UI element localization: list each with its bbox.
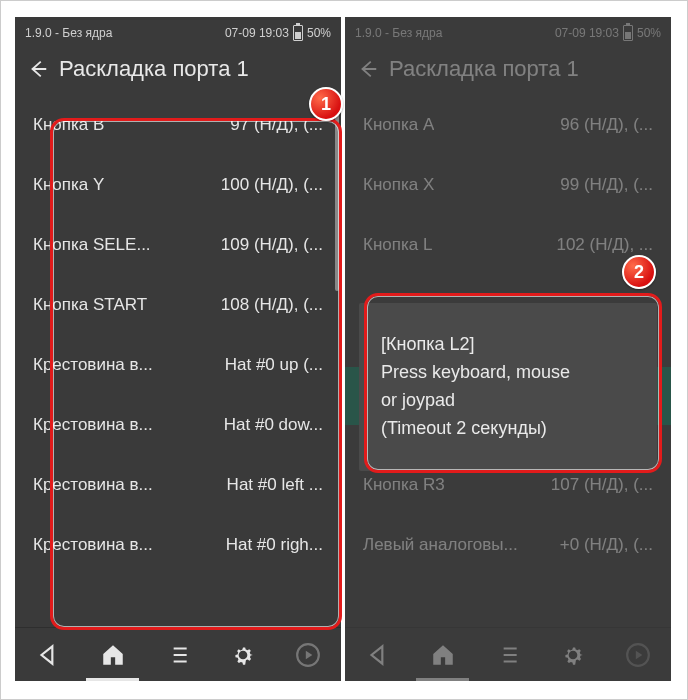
input-prompt-dialog: [Кнопка L2] Press keyboard, mouse or joy… (359, 303, 657, 471)
nav-settings-icon[interactable] (560, 642, 586, 668)
back-icon[interactable] (27, 58, 49, 80)
status-battery: 50% (307, 26, 331, 40)
status-bar: 1.9.0 - Без ядра 07-09 19:03 50% (345, 17, 671, 45)
nav-list-icon[interactable] (165, 642, 191, 668)
dialog-line: Press keyboard, mouse (381, 359, 635, 387)
status-time: 07-09 19:03 (555, 26, 619, 40)
phone-right: 1.9.0 - Без ядра 07-09 19:03 50% Расклад… (345, 17, 671, 681)
list-row[interactable]: Кнопка START108 (Н/Д), (... (15, 275, 341, 335)
nav-home-icon[interactable] (100, 642, 126, 668)
battery-icon (623, 25, 633, 41)
nav-settings-icon[interactable] (230, 642, 256, 668)
list-row[interactable]: Крестовина в...Hat #0 righ... (15, 515, 341, 575)
scrollbar[interactable] (335, 101, 339, 291)
page-title: Раскладка порта 1 (389, 56, 579, 82)
bottom-nav (15, 627, 341, 681)
list-row[interactable]: Кнопка SELE...109 (Н/Д), (... (15, 215, 341, 275)
bottom-nav (345, 627, 671, 681)
nav-play-icon (295, 642, 321, 668)
list-row[interactable]: Крестовина в...Hat #0 dow... (15, 395, 341, 455)
nav-back-icon[interactable] (365, 642, 391, 668)
list-row[interactable]: Кнопка A96 (Н/Д), (... (345, 95, 671, 155)
nav-home-icon[interactable] (430, 642, 456, 668)
app-bar: Раскладка порта 1 (15, 45, 341, 95)
list-row[interactable]: Кнопка X99 (Н/Д), (... (345, 155, 671, 215)
back-icon[interactable] (357, 58, 379, 80)
nav-indicator (416, 678, 469, 681)
list-row[interactable]: Крестовина в...Hat #0 left ... (15, 455, 341, 515)
phone-left: 1.9.0 - Без ядра 07-09 19:03 50% Расклад… (15, 17, 341, 681)
list-row[interactable]: Крестовина в...Hat #0 up (... (15, 335, 341, 395)
list-row[interactable]: Левый аналоговы...+0 (Н/Д), (... (345, 515, 671, 575)
list-row[interactable]: Кнопка Y100 (Н/Д), (... (15, 155, 341, 215)
nav-list-icon[interactable] (495, 642, 521, 668)
status-battery: 50% (637, 26, 661, 40)
list-row[interactable]: Кнопка B97 (Н/Д), (... (15, 95, 341, 155)
status-bar: 1.9.0 - Без ядра 07-09 19:03 50% (15, 17, 341, 45)
app-bar: Раскладка порта 1 (345, 45, 671, 95)
annotation-badge-2: 2 (622, 255, 656, 289)
dialog-line: or joypad (381, 387, 635, 415)
annotation-badge-1: 1 (309, 87, 343, 121)
nav-play-icon (625, 642, 651, 668)
status-time: 07-09 19:03 (225, 26, 289, 40)
dialog-line: (Timeout 2 секунды) (381, 415, 635, 443)
nav-back-icon[interactable] (35, 642, 61, 668)
battery-icon (293, 25, 303, 41)
status-version: 1.9.0 - Без ядра (25, 26, 112, 40)
page-title: Раскладка порта 1 (59, 56, 249, 82)
dialog-line: [Кнопка L2] (381, 331, 635, 359)
bindings-list[interactable]: Кнопка B97 (Н/Д), (... Кнопка Y100 (Н/Д)… (15, 95, 341, 627)
status-version: 1.9.0 - Без ядра (355, 26, 442, 40)
nav-indicator (86, 678, 139, 681)
